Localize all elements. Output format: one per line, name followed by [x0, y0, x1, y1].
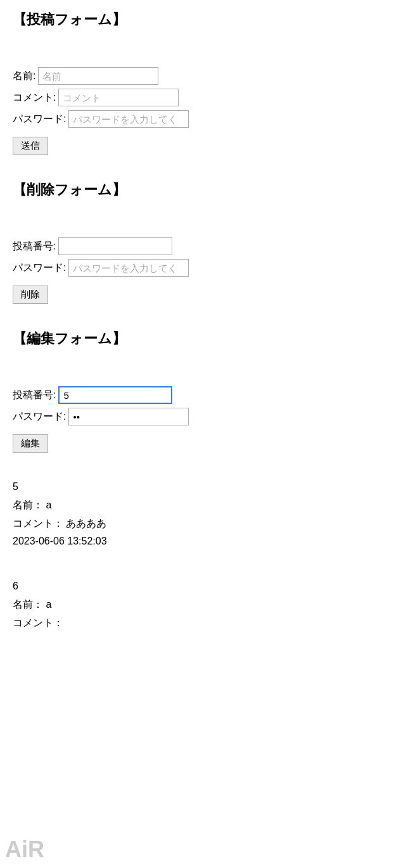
result-comment-value-5: ああああ — [66, 518, 106, 529]
result-comment-5: コメント： ああああ — [13, 515, 381, 533]
comment-row: コメント: — [13, 89, 381, 106]
name-row: 名前: — [13, 67, 381, 85]
password-row-post: パスワード: — [13, 110, 381, 128]
results-section: 5 名前： a コメント： ああああ 2023-06-06 13:52:03 6… — [13, 478, 381, 632]
result-comment-6: コメント： — [13, 614, 381, 632]
result-name-label-6: 名前： — [13, 599, 43, 610]
result-name-label-5: 名前： — [13, 500, 43, 510]
result-name-value-6: a — [46, 599, 51, 610]
result-name-5: 名前： a — [13, 496, 381, 515]
password-label-edit: パスワード: — [13, 410, 66, 424]
password-input-post[interactable] — [68, 110, 189, 128]
post-num-row-edit: 投稿番号: — [13, 386, 381, 404]
password-row-delete: パスワード: — [13, 259, 381, 277]
post-form-section: 【投稿フォーム】 名前: コメント: パスワード: 送信 — [13, 10, 381, 155]
result-name-6: 名前： a — [13, 596, 381, 614]
result-comment-label-6: コメント： — [13, 617, 63, 628]
result-comment-label-5: コメント： — [13, 518, 63, 529]
password-label-delete: パスワード: — [13, 261, 66, 275]
name-label: 名前: — [13, 70, 35, 83]
password-label-post: パスワード: — [13, 113, 66, 126]
submit-delete-button[interactable]: 削除 — [13, 286, 48, 304]
post-num-label-edit: 投稿番号: — [13, 389, 56, 402]
delete-form-title: 【削除フォーム】 — [13, 180, 381, 199]
comment-label: コメント: — [13, 91, 56, 104]
result-name-value-5: a — [46, 500, 51, 510]
name-input[interactable] — [38, 67, 158, 85]
delete-form-section: 【削除フォーム】 投稿番号: パスワード: 削除 — [13, 180, 381, 304]
post-num-input-delete[interactable] — [58, 237, 172, 255]
post-num-label-delete: 投稿番号: — [13, 240, 56, 253]
result-id-5: 5 — [13, 478, 381, 496]
post-form-title: 【投稿フォーム】 — [13, 10, 381, 29]
watermark: AiR — [0, 831, 49, 868]
password-input-edit[interactable] — [68, 408, 189, 425]
edit-form-title: 【編集フォーム】 — [13, 329, 381, 348]
password-input-delete[interactable] — [68, 259, 189, 277]
submit-edit-button[interactable]: 編集 — [13, 434, 48, 453]
edit-form-section: 【編集フォーム】 投稿番号: パスワード: 編集 — [13, 329, 381, 453]
comment-input[interactable] — [58, 89, 179, 106]
post-num-input-edit[interactable] — [58, 386, 172, 404]
result-entry-5: 5 名前： a コメント： ああああ 2023-06-06 13:52:03 — [13, 478, 381, 551]
result-id-6: 6 — [13, 577, 381, 596]
submit-post-button[interactable]: 送信 — [13, 137, 48, 155]
result-timestamp-5: 2023-06-06 13:52:03 — [13, 532, 381, 551]
post-num-row-delete: 投稿番号: — [13, 237, 381, 255]
result-entry-6: 6 名前： a コメント： — [13, 577, 381, 632]
password-row-edit: パスワード: — [13, 408, 381, 425]
